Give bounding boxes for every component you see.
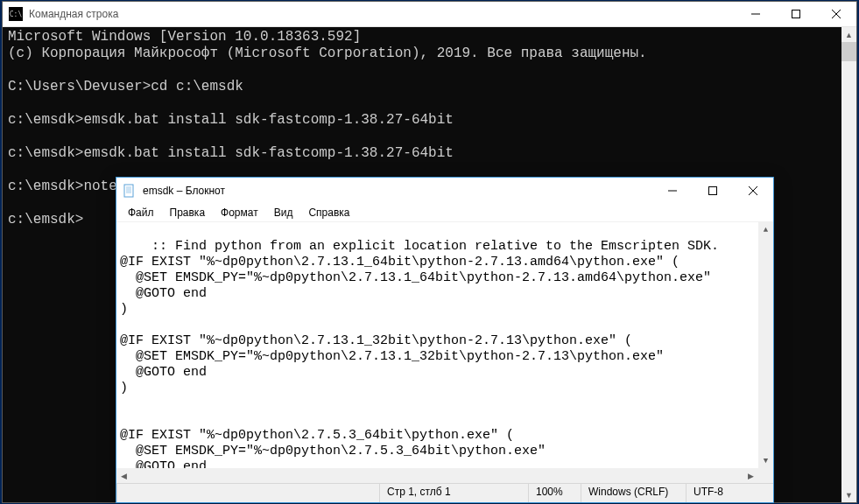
svg-rect-10 <box>709 187 717 195</box>
notepad-title: emsdk – Блокнот <box>143 185 652 197</box>
scroll-down-icon[interactable]: ▼ <box>841 487 856 502</box>
cmd-titlebar[interactable]: C:\ Командная строка <box>3 2 856 27</box>
scroll-right-icon[interactable]: ▶ <box>743 468 758 483</box>
status-spacer <box>116 484 379 502</box>
notepad-hscrollbar[interactable]: ◀ ▶ <box>116 468 773 483</box>
status-eol: Windows (CRLF) <box>581 484 686 502</box>
maximize-button[interactable] <box>693 178 733 204</box>
close-button[interactable] <box>816 2 856 26</box>
notepad-editor[interactable]: :: Find python from an explicit location… <box>116 222 773 468</box>
scroll-left-icon[interactable]: ◀ <box>116 468 131 483</box>
scroll-track[interactable] <box>758 237 773 453</box>
cmd-icon: C:\ <box>9 7 23 21</box>
notepad-window: emsdk – Блокнот Файл Правка Формат Вид С… <box>116 177 774 503</box>
notepad-titlebar[interactable]: emsdk – Блокнот <box>116 178 773 204</box>
svg-rect-1 <box>792 10 800 18</box>
scroll-up-icon[interactable]: ▲ <box>758 222 773 237</box>
scroll-track[interactable] <box>841 42 856 487</box>
scroll-thumb[interactable] <box>841 42 856 61</box>
menu-format[interactable]: Формат <box>213 206 266 219</box>
status-encoding: UTF-8 <box>686 484 773 502</box>
notepad-menubar: Файл Правка Формат Вид Справка <box>116 204 773 222</box>
scroll-track[interactable] <box>131 468 743 483</box>
scroll-down-icon[interactable]: ▼ <box>758 453 773 468</box>
status-cursor: Стр 1, стлб 1 <box>379 484 528 502</box>
minimize-button[interactable] <box>652 178 693 204</box>
notepad-vscrollbar[interactable]: ▲ ▼ <box>758 222 773 468</box>
cmd-title: Командная строка <box>29 8 736 20</box>
menu-edit[interactable]: Правка <box>162 206 214 219</box>
cmd-scrollbar[interactable]: ▲ ▼ <box>841 27 856 502</box>
notepad-icon <box>123 184 137 198</box>
scroll-up-icon[interactable]: ▲ <box>841 27 856 42</box>
close-button[interactable] <box>733 178 773 204</box>
editor-content: :: Find python from an explicit location… <box>120 239 719 468</box>
maximize-button[interactable] <box>776 2 816 26</box>
status-zoom: 100% <box>528 484 581 502</box>
menu-view[interactable]: Вид <box>266 206 301 219</box>
menu-help[interactable]: Справка <box>300 206 357 219</box>
menu-file[interactable]: Файл <box>120 206 162 219</box>
minimize-button[interactable] <box>736 2 776 26</box>
scroll-corner <box>758 468 773 483</box>
notepad-statusbar: Стр 1, стлб 1 100% Windows (CRLF) UTF-8 <box>116 483 773 502</box>
cmd-window-controls <box>736 2 856 26</box>
